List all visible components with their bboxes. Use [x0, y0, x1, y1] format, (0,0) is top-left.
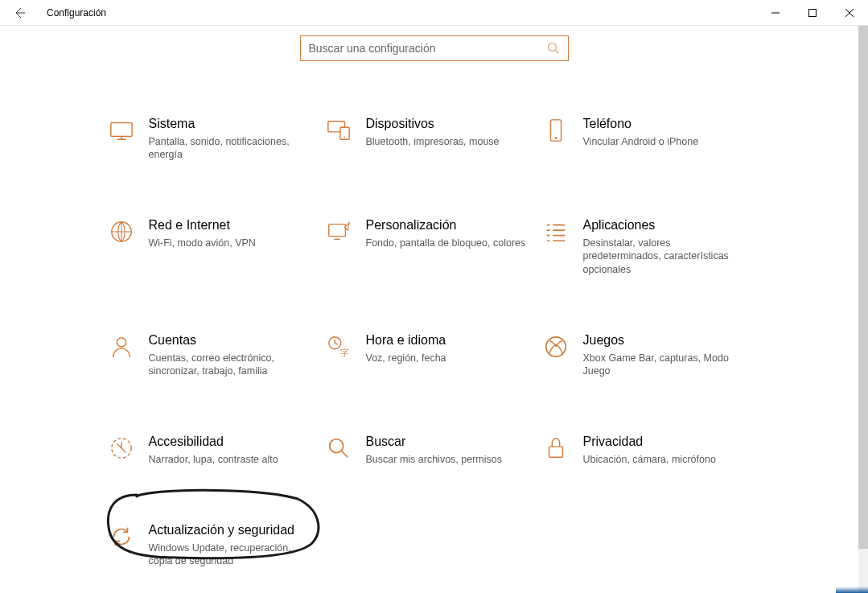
titlebar: Configuración	[0, 0, 868, 26]
tile-search[interactable]: Buscar Buscar mis archivos, permisos	[326, 434, 543, 466]
tile-text: Accesibilidad Narrador, lupa, contraste …	[149, 434, 310, 466]
time-language-icon: 字	[326, 334, 352, 360]
tile-desc: Vincular Android o iPhone	[583, 135, 744, 148]
svg-rect-0	[809, 10, 817, 17]
tile-desc: Wi-Fi, modo avión, VPN	[149, 237, 310, 249]
list-icon	[543, 219, 569, 245]
minimize-button[interactable]	[757, 0, 794, 26]
phone-icon	[543, 117, 569, 143]
tile-text: Sistema Pantalla, sonido, notificaciones…	[149, 116, 310, 161]
tile-phone[interactable]: Teléfono Vincular Android o iPhone	[543, 116, 760, 161]
tile-title: Accesibilidad	[149, 434, 310, 451]
lock-icon	[543, 435, 569, 461]
tile-title: Actualización y seguridad	[149, 522, 310, 539]
tile-desc: Buscar mis archivos, permisos	[366, 453, 527, 466]
tile-ease-of-access[interactable]: Accesibilidad Narrador, lupa, contraste …	[109, 434, 326, 466]
tile-title: Privacidad	[583, 434, 744, 451]
tile-title: Buscar	[366, 434, 527, 451]
tile-text: Privacidad Ubicación, cámara, micrófono	[583, 434, 744, 466]
svg-point-1	[548, 43, 556, 51]
sync-icon	[109, 524, 134, 550]
tile-title: Cuentas	[149, 332, 310, 349]
search-icon	[547, 42, 560, 55]
devices-icon	[326, 117, 352, 143]
tile-desc: Voz, región, fecha	[366, 352, 527, 364]
tile-text: Dispositivos Bluetooth, impresoras, mous…	[366, 116, 527, 148]
tile-devices[interactable]: Dispositivos Bluetooth, impresoras, mous…	[326, 116, 543, 161]
tile-title: Sistema	[149, 116, 310, 133]
svg-point-15	[329, 439, 343, 453]
svg-rect-9	[328, 224, 345, 237]
tile-text: Buscar Buscar mis archivos, permisos	[366, 434, 527, 466]
back-button[interactable]	[0, 0, 39, 26]
tile-title: Dispositivos	[366, 116, 527, 133]
tile-title: Hora e idioma	[366, 332, 527, 349]
search-box[interactable]	[300, 35, 569, 61]
tile-apps[interactable]: Aplicaciones Desinstalar, valores predet…	[543, 217, 760, 276]
content-area: Sistema Pantalla, sonido, notificaciones…	[0, 26, 868, 567]
tile-desc: Narrador, lupa, contraste alto	[149, 453, 310, 466]
system-icon	[109, 117, 134, 143]
svg-rect-2	[110, 123, 131, 137]
arrow-left-icon	[13, 6, 26, 19]
svg-point-5	[343, 137, 345, 138]
tile-system[interactable]: Sistema Pantalla, sonido, notificaciones…	[109, 116, 326, 161]
tile-text: Hora e idioma Voz, región, fecha	[366, 332, 527, 364]
tile-desc: Windows Update, recuperación, copia de s…	[149, 542, 310, 568]
xbox-icon	[543, 334, 569, 360]
tile-desc: Xbox Game Bar, capturas, Modo Juego	[583, 352, 744, 378]
minimize-icon	[771, 9, 780, 17]
tile-title: Red e Internet	[149, 217, 310, 234]
tile-gaming[interactable]: Juegos Xbox Game Bar, capturas, Modo Jue…	[543, 332, 760, 377]
tile-text: Cuentas Cuentas, correo electrónico, sin…	[149, 332, 310, 377]
globe-icon	[109, 219, 134, 245]
maximize-icon	[808, 9, 817, 17]
brush-icon	[326, 219, 352, 245]
tile-desc: Bluetooth, impresoras, mouse	[366, 135, 527, 148]
tile-network[interactable]: Red e Internet Wi-Fi, modo avión, VPN	[109, 217, 326, 276]
svg-point-10	[117, 338, 125, 347]
tile-desc: Pantalla, sonido, notificaciones, energí…	[149, 135, 310, 162]
tile-title: Personalización	[366, 217, 527, 234]
accessibility-icon	[109, 435, 134, 461]
tile-title: Juegos	[583, 332, 744, 349]
tile-personalization[interactable]: Personalización Fondo, pantalla de bloqu…	[326, 217, 543, 276]
tile-text: Personalización Fondo, pantalla de bloqu…	[366, 217, 527, 249]
tile-accounts[interactable]: Cuentas Cuentas, correo electrónico, sin…	[109, 332, 326, 377]
magnifier-icon	[326, 435, 352, 461]
tile-text: Aplicaciones Desinstalar, valores predet…	[583, 217, 744, 276]
tile-title: Aplicaciones	[583, 217, 744, 234]
tile-desc: Fondo, pantalla de bloqueo, colores	[366, 237, 527, 249]
maximize-button[interactable]	[794, 0, 831, 26]
tile-desc: Ubicación, cámara, micrófono	[583, 453, 744, 466]
svg-point-7	[554, 137, 557, 139]
svg-rect-16	[549, 447, 562, 457]
tile-title: Teléfono	[583, 116, 744, 133]
person-icon	[109, 334, 134, 360]
svg-text:字: 字	[339, 348, 348, 357]
settings-grid: Sistema Pantalla, sonido, notificaciones…	[0, 116, 868, 567]
search-wrap	[0, 35, 868, 61]
search-input[interactable]	[309, 42, 547, 55]
tile-desc: Cuentas, correo electrónico, sincronizar…	[149, 352, 310, 378]
tile-privacy[interactable]: Privacidad Ubicación, cámara, micrófono	[543, 434, 760, 466]
tile-time-language[interactable]: 字 Hora e idioma Voz, región, fecha	[326, 332, 543, 377]
taskbar-edge	[836, 587, 868, 593]
vertical-scrollbar[interactable]	[858, 26, 868, 593]
tile-text: Juegos Xbox Game Bar, capturas, Modo Jue…	[583, 332, 744, 377]
window-controls	[757, 0, 868, 26]
tile-text: Actualización y seguridad Windows Update…	[149, 522, 310, 567]
tile-desc: Desinstalar, valores predeterminados, ca…	[583, 237, 744, 276]
scroll-thumb[interactable]	[858, 26, 868, 549]
tile-update-security[interactable]: Actualización y seguridad Windows Update…	[109, 522, 326, 567]
close-icon	[845, 9, 854, 17]
close-button[interactable]	[831, 0, 868, 26]
tile-text: Teléfono Vincular Android o iPhone	[583, 116, 744, 148]
window-title: Configuración	[47, 7, 106, 19]
tile-text: Red e Internet Wi-Fi, modo avión, VPN	[149, 217, 310, 249]
